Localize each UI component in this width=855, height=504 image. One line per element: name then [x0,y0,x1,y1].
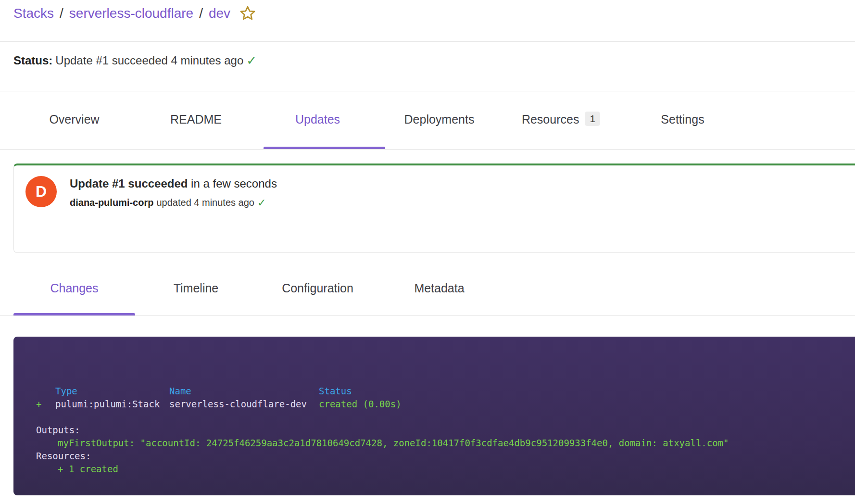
breadcrumb-separator: / [60,6,63,21]
success-check-icon: ✓ [257,198,266,208]
tab-settings[interactable]: Settings [622,91,743,149]
stack-update-page: Stacks / serverless-cloudflare / dev Sta… [0,0,855,504]
update-title-bold: Update #1 succeeded [70,177,188,190]
divider [0,41,855,42]
tab-resources[interactable]: Resources 1 [500,91,622,149]
stack-tabbar: Overview README Updates Deployments Reso… [0,91,855,150]
star-outline-icon [239,5,256,22]
terminal-column-status: Status [319,385,841,398]
breadcrumb: Stacks / serverless-cloudflare / dev [13,5,256,22]
tab-resources-label: Resources [522,113,579,126]
status-text: Update #1 succeeded 4 minutes ago [55,54,243,67]
terminal-column-name: Name [169,385,319,398]
terminal-resources-label: Resources: [36,450,841,463]
update-changes-terminal: Type Name Status + pulumi:pulumi:Stack s… [13,337,855,495]
subtab-metadata[interactable]: Metadata [378,267,500,315]
update-card-title: Update #1 succeeded in a few seconds [70,177,277,190]
terminal-op-plus: + [36,398,55,411]
terminal-column-type: Type [55,385,169,398]
terminal-resource-type: pulumi:pulumi:Stack [55,398,169,411]
update-title-duration: in a few seconds [188,177,277,190]
tab-overview[interactable]: Overview [13,91,135,149]
breadcrumb-separator: / [199,6,203,21]
update-subtabbar: Changes Timeline Configuration Metadata [0,267,855,316]
resources-count-badge: 1 [585,112,600,126]
update-subtabbar-inner: Changes Timeline Configuration Metadata [13,267,500,315]
stack-tabbar-inner: Overview README Updates Deployments Reso… [13,91,743,149]
stack-status-line: Status: Update #1 succeeded 4 minutes ag… [13,54,257,67]
update-summary-card[interactable]: D Update #1 succeeded in a few seconds d… [13,164,855,253]
update-time-ago: updated 4 minutes ago [156,197,254,208]
update-card-subtitle: diana-pulumi-corp updated 4 minutes ago … [70,197,277,208]
tab-updates[interactable]: Updates [257,91,378,149]
success-check-icon: ✓ [246,54,257,67]
subtab-changes[interactable]: Changes [13,267,135,315]
terminal-resource-table: Type Name Status + pulumi:pulumi:Stack s… [36,385,841,411]
favorite-star-button[interactable] [239,5,256,22]
terminal-cell [36,385,55,398]
subtab-timeline[interactable]: Timeline [135,267,257,315]
tab-readme[interactable]: README [135,91,257,149]
update-author: diana-pulumi-corp [70,197,153,208]
tab-deployments[interactable]: Deployments [378,91,500,149]
terminal-resource-name: serverless-cloudflare-dev [169,398,319,411]
breadcrumb-project-link[interactable]: serverless-cloudflare [69,6,193,21]
terminal-blank-line [36,411,841,424]
terminal-resource-status: created (0.00s) [319,398,841,411]
status-label: Status: [13,54,52,67]
terminal-output-value: myFirstOutput: "accountId: 24725f46259aa… [36,437,841,450]
update-card-text: Update #1 succeeded in a few seconds dia… [70,177,277,208]
user-avatar: D [25,176,57,207]
breadcrumb-stacks-link[interactable]: Stacks [13,6,54,21]
subtab-configuration[interactable]: Configuration [257,267,378,315]
terminal-resources-summary: + 1 created [36,463,841,476]
terminal-outputs-label: Outputs: [36,424,841,437]
breadcrumb-stack-link[interactable]: dev [209,6,230,21]
